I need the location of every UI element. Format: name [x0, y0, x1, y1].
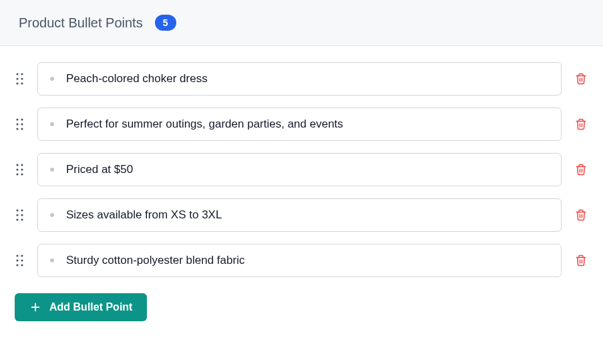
svg-point-16	[16, 173, 18, 175]
svg-point-6	[16, 118, 18, 120]
bullet-input-box[interactable]	[37, 62, 562, 96]
bullet-input-box[interactable]	[37, 108, 562, 141]
bullet-dot-icon	[50, 168, 54, 172]
svg-point-9	[21, 123, 23, 125]
svg-point-22	[16, 218, 18, 220]
svg-point-28	[16, 264, 18, 266]
svg-point-14	[16, 168, 18, 170]
drag-handle-icon[interactable]	[15, 71, 25, 86]
svg-point-13	[21, 164, 23, 166]
drag-handle-icon[interactable]	[15, 162, 25, 177]
bullet-row	[15, 244, 588, 277]
bullet-dot-icon	[50, 258, 54, 262]
bullet-text-input[interactable]	[66, 72, 549, 85]
bullet-text-input[interactable]	[66, 118, 549, 131]
svg-point-19	[21, 209, 23, 211]
add-button-label: Add Bullet Point	[49, 301, 132, 313]
svg-point-21	[21, 214, 23, 216]
bullet-input-box[interactable]	[37, 198, 562, 232]
header: Product Bullet Points 5	[0, 0, 603, 46]
svg-point-8	[16, 123, 18, 125]
svg-point-0	[16, 73, 18, 75]
drag-handle-icon[interactable]	[15, 117, 25, 132]
svg-point-24	[16, 254, 18, 256]
svg-point-1	[21, 73, 23, 75]
trash-icon[interactable]	[574, 254, 588, 267]
svg-point-12	[16, 164, 18, 166]
bullet-row	[15, 153, 588, 186]
svg-point-26	[16, 259, 18, 261]
svg-point-3	[21, 77, 23, 79]
content: Add Bullet Point	[0, 46, 603, 321]
bullet-text-input[interactable]	[66, 254, 549, 267]
svg-point-20	[16, 214, 18, 216]
svg-point-5	[21, 82, 23, 84]
drag-handle-icon[interactable]	[15, 208, 25, 222]
bullet-row	[15, 62, 588, 96]
trash-icon[interactable]	[574, 72, 588, 85]
svg-point-11	[21, 128, 23, 130]
svg-point-17	[21, 173, 23, 175]
svg-point-10	[16, 128, 18, 130]
svg-point-23	[21, 218, 23, 220]
bullet-input-box[interactable]	[37, 244, 562, 277]
bullet-dot-icon	[50, 77, 54, 81]
plus-icon	[29, 301, 41, 313]
drag-handle-icon[interactable]	[15, 253, 25, 268]
bullet-text-input[interactable]	[66, 163, 549, 176]
trash-icon[interactable]	[574, 208, 588, 222]
add-bullet-button[interactable]: Add Bullet Point	[15, 293, 147, 321]
bullet-dot-icon	[50, 213, 54, 217]
svg-point-7	[21, 118, 23, 120]
svg-point-15	[21, 168, 23, 170]
svg-point-27	[21, 259, 23, 261]
bullet-input-box[interactable]	[37, 153, 562, 186]
bullet-row	[15, 198, 588, 232]
svg-point-29	[21, 264, 23, 266]
trash-icon[interactable]	[574, 163, 588, 176]
svg-point-4	[16, 82, 18, 84]
bullet-row	[15, 108, 588, 141]
trash-icon[interactable]	[574, 118, 588, 131]
bullet-dot-icon	[50, 122, 54, 126]
svg-point-25	[21, 254, 23, 256]
svg-point-18	[16, 209, 18, 211]
bullet-text-input[interactable]	[66, 208, 549, 222]
svg-point-2	[16, 77, 18, 79]
page-title: Product Bullet Points	[19, 15, 143, 31]
count-badge: 5	[155, 15, 176, 31]
